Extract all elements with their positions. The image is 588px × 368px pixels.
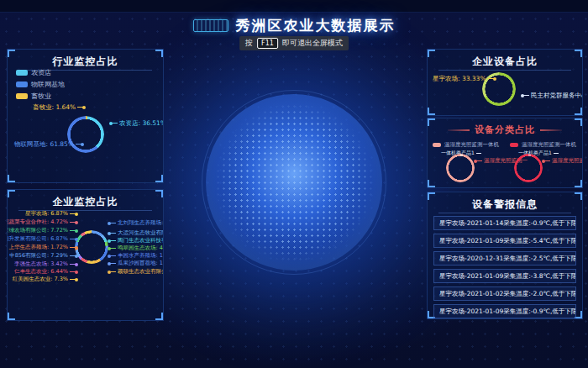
panel-enterprise-ratio: 企业监控占比 星宇农场: 6.87% 绿超蔬菜专业合作社: 4.72% 家绿农场…: [7, 189, 164, 321]
legend-swatch: [16, 81, 28, 87]
panel-industry-ratio: 行业监控占比 农资店 物联网基地 畜牧业 畜牧业: 1.64% 农资店: 36.…: [7, 49, 164, 183]
chart-label: 北刘翔生态养殖场: 11.36%: [110, 219, 164, 227]
top-bar: [0, 0, 588, 13]
title-deco-line: [448, 129, 470, 131]
divider: [438, 70, 571, 71]
device-right-legend[interactable]: 温湿度光照监测一体机: [510, 141, 576, 149]
chart-label: 丰园水产养殖场: 1.: [110, 252, 164, 260]
f11-key-badge: F11: [257, 38, 278, 49]
header: 秀洲区农业大数据展示: [0, 16, 588, 35]
legend-label: 畜牧业: [31, 92, 51, 101]
chart-label: 陶门生态农业科技有限公: [110, 237, 164, 244]
chart-label: 鸣翠园生态农场: 4.29%: [110, 244, 164, 252]
legend-swatch: [16, 70, 28, 76]
panel-alarm-info: 设备警报信息 星宇农场-2021-01-14采集温度:-0.9℃,低于下限:0℃…: [427, 192, 583, 319]
panel-device-class-ratio: 设备分类占比 温湿度光照监测一体机 一体机类产品1 温湿度光照监测一 温湿度光照…: [427, 118, 583, 188]
legend-swatch: [433, 143, 441, 147]
chart-label: 温湿度光照监测一: [544, 157, 583, 165]
chart-label: 红美园生态农业: 7.3%: [13, 276, 76, 283]
panel-enterprise-title: 企业监控占比: [8, 190, 163, 209]
chart-label: 农资店: 36.51%: [112, 119, 164, 127]
panel-equipment-title: 企业设备占比: [428, 50, 582, 69]
legend-label: 农资店: [31, 68, 51, 77]
alarm-row: 星宇农场-2020-12-31采集温度:-2.5℃,低于下限:0℃: [433, 251, 576, 265]
chart-label: 星宇农场: 6.87%: [25, 210, 76, 218]
brand-logo-icon: [193, 19, 228, 32]
chart-label: 物联网基地: 61.85%: [14, 140, 81, 148]
chart-label: 颖硕生态农业有限公司: 6.87%: [110, 268, 164, 276]
alarm-row: 星宇农场-2021-01-09采集温度:-3.8℃,低于下限:0℃: [433, 269, 576, 283]
device-donut-left[interactable]: [446, 154, 475, 182]
legend-label: 物联网基地: [31, 80, 65, 89]
device-class-title-row: 设备分类占比: [428, 118, 582, 136]
title-deco-line: [540, 129, 562, 131]
alarm-row: 星宇农场-2021-01-02采集温度:-2.0℃,低于下限:0℃: [433, 287, 576, 301]
alarm-row: 星宇农场-2021-01-09采集温度:-0.9℃,低于下限:0℃: [433, 304, 576, 318]
alarm-row: 星宇农场-2021-01-09采集温度:-5.4℃,低于下限:0℃: [433, 234, 576, 248]
device-donut-right[interactable]: [514, 154, 543, 182]
chart-label: 上华生态养殖场: 1.72%: [9, 244, 76, 251]
globe-visualization: [206, 94, 382, 271]
dashboard-screen: 秀洲区农业大数据展示 按 F11 即可退出全屏模式 行业监控占比 农资店 物联网…: [0, 0, 588, 368]
chart-label: 大运河生态牧业有限责任公: [110, 229, 164, 237]
page-title: 秀洲区农业大数据展示: [236, 16, 396, 35]
enterprise-donut-chart[interactable]: [75, 230, 108, 264]
legend-item-nongzidian[interactable]: 农资店: [16, 68, 65, 77]
legend-item-xumuye[interactable]: 畜牧业: [16, 92, 65, 101]
chart-label: 星宇农场: 33.33%: [433, 75, 494, 82]
chart-label: 家绿农场有限公司: 7.72%: [7, 227, 76, 234]
chart-label: 民主村党群服务中心:: [523, 92, 583, 99]
tooltip-suffix: 即可退出全屏模式: [282, 38, 343, 49]
fullscreen-tooltip: 按 F11 即可退出全屏模式: [239, 36, 349, 50]
legend-swatch: [16, 93, 28, 99]
chart-label: 仁丰生态农业: 6.44%: [14, 268, 76, 276]
chart-label: 李强生态农场: 3.42%: [14, 260, 76, 268]
panel-industry-title: 行业监控占比: [8, 50, 163, 69]
alarm-list: 星宇农场-2021-01-14采集温度:-0.9℃,低于下限:0℃ 星宇农场-2…: [433, 216, 576, 318]
chart-label: 中856有限公司: 7.29%: [9, 252, 76, 260]
chart-label: 畜牧业: 1.64%: [33, 103, 83, 111]
legend-item-wulianwang[interactable]: 物联网基地: [16, 80, 65, 89]
alarm-row: 星宇农场-2021-01-14采集温度:-0.9℃,低于下限:0℃: [433, 216, 576, 230]
panel-equipment-ratio: 企业设备占比 星宇农场: 33.33% 民主村党群服务中心:: [427, 49, 583, 116]
panel-alarm-title: 设备警报信息: [428, 192, 582, 212]
chart-label: 绿超蔬菜专业合作社: 4.72%: [7, 218, 76, 226]
tooltip-prefix: 按: [245, 38, 253, 49]
device-left-legend[interactable]: 温湿度光照监测一体机: [433, 141, 499, 149]
divider: [438, 213, 571, 213]
chart-label: 瓜果沙园苜蓿地: 15.02%: [110, 260, 164, 267]
legend-swatch: [510, 143, 518, 147]
chart-label: 翔升发展有限公司: 6.87%: [7, 235, 76, 243]
panel-device-class-title: 设备分类占比: [475, 124, 535, 136]
industry-legend: 农资店 物联网基地 畜牧业: [16, 68, 65, 101]
